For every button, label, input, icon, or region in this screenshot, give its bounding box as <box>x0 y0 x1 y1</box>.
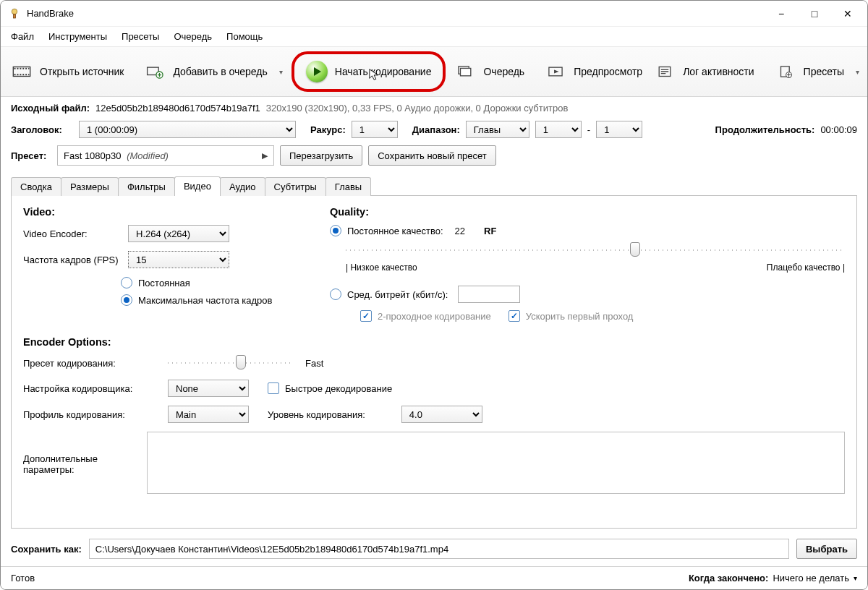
play-icon <box>306 61 328 82</box>
encoder-options-heading: Encoder Options: <box>23 336 845 348</box>
source-row: Исходный файл: 12e5d05b2b189480d6170d574… <box>11 103 857 114</box>
queue-icon <box>454 62 476 81</box>
svg-rect-11 <box>20 74 21 75</box>
enc-preset-slider[interactable] <box>168 355 291 371</box>
start-encode-label: Начать кодирование <box>335 66 432 77</box>
enc-profile-select[interactable]: Main <box>168 406 249 423</box>
fps-constant-radio[interactable]: Постоянная <box>121 277 312 288</box>
quality-heading: Quality: <box>330 206 845 218</box>
preview-icon <box>545 62 566 81</box>
video-encoder-label: Video Encoder: <box>23 228 121 239</box>
start-encode-button[interactable]: Начать кодирование <box>302 61 436 82</box>
tab-chapters[interactable]: Главы <box>326 177 371 196</box>
activity-log-icon <box>654 62 676 81</box>
cq-unit: RF <box>484 226 496 236</box>
preset-modified: (Modified) <box>127 150 169 161</box>
addl-params-input[interactable] <box>147 432 845 494</box>
angle-label: Ракурс: <box>310 124 346 135</box>
cq-label: Постоянное качество: <box>347 226 443 236</box>
titlebar: HandBrake − □ ✕ <box>1 1 867 27</box>
preset-row: Пресет: Fast 1080p30 (Modified) ▶ Переза… <box>11 145 857 166</box>
maximize-button[interactable]: □ <box>798 1 831 27</box>
enc-tune-select[interactable]: None <box>168 380 249 397</box>
menu-queue[interactable]: Очередь <box>166 28 219 45</box>
statusbar: Готов Когда закончено: Ничего не делать … <box>1 566 867 589</box>
title-select[interactable]: 1 (00:00:09) <box>79 121 296 138</box>
low-quality-label: | Низкое качество <box>346 262 417 273</box>
preset-value: Fast 1080p30 <box>64 150 122 161</box>
start-encode-highlight: Начать кодирование <box>292 51 446 92</box>
avg-bitrate-radio[interactable]: Сред. битрейт (кбит/с): <box>330 286 845 303</box>
app-window: HandBrake − □ ✕ Файл Инструменты Пресеты… <box>0 0 868 590</box>
tab-summary[interactable]: Сводка <box>11 177 61 196</box>
duration-value: 00:00:09 <box>820 124 857 135</box>
menu-file[interactable]: Файл <box>4 28 41 45</box>
close-button[interactable]: ✕ <box>831 1 864 27</box>
open-source-button[interactable]: Открыть источник <box>5 58 129 85</box>
when-done-value: Ничего не делать <box>773 573 849 583</box>
source-name: 12e5d05b2b189480d6170d574b19a7f1 <box>95 103 260 114</box>
presets-button[interactable]: Пресеты ▾ <box>769 58 865 85</box>
open-source-label: Открыть источник <box>40 66 124 77</box>
range-type-select[interactable]: Главы <box>466 121 529 138</box>
svg-rect-3 <box>14 68 16 69</box>
fps-select[interactable]: 15 <box>128 251 229 268</box>
tab-audio[interactable]: Аудио <box>220 177 265 196</box>
reload-preset-button[interactable]: Перезагрузить <box>280 145 362 166</box>
svg-rect-5 <box>20 68 21 69</box>
title-row: Заголовок: 1 (00:00:09) Ракурс: 1 Диапаз… <box>11 121 857 138</box>
fast-decode-check[interactable]: Быстрое декодирование <box>268 382 392 394</box>
save-as-input[interactable] <box>89 539 789 559</box>
quality-slider[interactable] <box>346 242 845 258</box>
tab-video[interactable]: Видео <box>174 176 221 196</box>
presets-label: Пресеты <box>804 66 844 77</box>
enc-preset-value: Fast <box>305 358 323 369</box>
range-to-select[interactable]: 1 <box>596 121 642 138</box>
avg-bitrate-input[interactable] <box>458 286 520 303</box>
main-body: Исходный файл: 12e5d05b2b189480d6170d574… <box>1 97 867 529</box>
add-queue-button[interactable]: Добавить в очередь ▾ <box>138 58 288 85</box>
turbo-first-check[interactable]: Ускорить первый проход <box>509 310 634 322</box>
avg-bitrate-label: Сред. битрейт (кбит/с): <box>347 289 448 300</box>
svg-point-0 <box>12 9 17 14</box>
tab-dimensions[interactable]: Размеры <box>61 177 119 196</box>
range-from-select[interactable]: 1 <box>535 121 582 138</box>
angle-select[interactable]: 1 <box>352 121 398 138</box>
queue-button[interactable]: Очередь <box>448 58 530 85</box>
tab-subtitles[interactable]: Субтитры <box>265 177 326 196</box>
chevron-down-icon: ▾ <box>854 574 857 582</box>
enc-level-select[interactable]: 4.0 <box>401 406 482 423</box>
constant-quality-radio[interactable]: Постоянное качество: 22 RF <box>330 225 845 236</box>
two-pass-check[interactable]: 2-проходное кодирование <box>360 310 491 322</box>
minimize-button[interactable]: − <box>765 1 798 27</box>
toolbar: Открыть источник Добавить в очередь ▾ На… <box>1 46 867 97</box>
save-new-preset-button[interactable]: Сохранить новый пресет <box>368 145 496 166</box>
menu-tools[interactable]: Инструменты <box>41 28 114 45</box>
svg-rect-7 <box>25 68 27 69</box>
svg-rect-8 <box>28 68 29 69</box>
duration-label: Продолжительность: <box>715 124 815 135</box>
queue-label: Очередь <box>483 66 524 77</box>
when-done-select[interactable]: Когда закончено: Ничего не делать ▾ <box>689 573 857 583</box>
preview-button[interactable]: Предпросмотр <box>539 58 648 85</box>
svg-rect-1 <box>14 14 16 17</box>
tabs: Сводка Размеры Фильтры Видео Аудио Субти… <box>11 176 857 196</box>
svg-rect-4 <box>17 68 19 69</box>
presets-icon <box>775 62 796 81</box>
svg-rect-6 <box>22 68 24 69</box>
quality-scale-labels: | Низкое качество Плацебо качество | <box>346 262 845 273</box>
preset-combo[interactable]: Fast 1080p30 (Modified) ▶ <box>57 145 274 166</box>
chevron-down-icon: ▾ <box>856 68 859 76</box>
activity-log-button[interactable]: Лог активности <box>648 58 760 85</box>
menu-help[interactable]: Помощь <box>219 28 270 45</box>
add-queue-label: Добавить в очередь <box>173 66 267 77</box>
fps-peak-radio[interactable]: Максимальная частота кадров <box>121 294 312 306</box>
source-info: 320x190 (320x190), 0,33 FPS, 0 Аудио дор… <box>266 103 569 114</box>
menu-presets[interactable]: Пресеты <box>114 28 166 45</box>
tab-filters[interactable]: Фильтры <box>118 177 175 196</box>
video-encoder-select[interactable]: H.264 (x264) <box>128 225 229 242</box>
preview-label: Предпросмотр <box>574 66 642 77</box>
enc-level-label: Уровень кодирования: <box>268 409 365 420</box>
save-as-label: Сохранить как: <box>11 544 82 555</box>
browse-button[interactable]: Выбрать <box>796 539 857 559</box>
